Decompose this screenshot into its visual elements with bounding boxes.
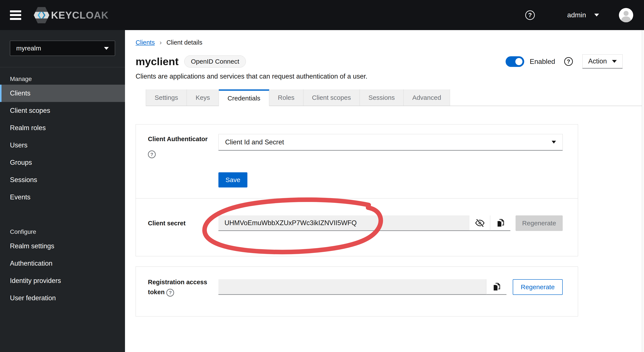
nav-section-manage: Manage — [0, 67, 125, 85]
copy-icon — [492, 282, 501, 291]
chevron-down-icon — [552, 141, 556, 144]
sidebar-item-realm-settings[interactable]: Realm settings — [0, 237, 125, 255]
scrollbar[interactable] — [642, 30, 644, 352]
keycloak-shield-icon — [33, 7, 50, 24]
sidebar: myrealm Manage Clients Client scopes Rea… — [0, 30, 125, 352]
tab-advanced[interactable]: Advanced — [404, 89, 450, 106]
breadcrumb-clients-link[interactable]: Clients — [136, 39, 155, 46]
sidebar-item-realm-roles[interactable]: Realm roles — [0, 119, 125, 137]
protocol-badge: OpenID Connect — [184, 56, 246, 68]
client-authenticator-card: Client Authenticator ? Client Id and Sec… — [136, 124, 578, 198]
user-avatar-icon — [619, 8, 633, 22]
enabled-label: Enabled — [530, 58, 555, 66]
sidebar-item-client-scopes[interactable]: Client scopes — [0, 102, 125, 119]
tab-keys[interactable]: Keys — [187, 89, 219, 106]
chevron-down-icon — [612, 60, 617, 63]
registration-token-card: Registration access token ? Regenerate — [136, 266, 578, 316]
client-secret-card: Client secret — [136, 198, 578, 256]
avatar[interactable] — [619, 8, 633, 22]
help-icon[interactable]: ? — [166, 289, 174, 296]
tab-settings[interactable]: Settings — [146, 89, 187, 106]
client-authenticator-label: Client Authenticator — [148, 136, 208, 142]
brand-text: KEYCLOAK — [51, 9, 108, 21]
regenerate-token-button[interactable]: Regenerate — [513, 279, 563, 295]
action-dropdown-label: Action — [588, 57, 607, 65]
help-icon[interactable]: ? — [148, 150, 156, 158]
chevron-down-icon — [104, 47, 109, 50]
keycloak-logo: KEYCLOAK — [33, 7, 108, 24]
eye-slash-icon — [475, 218, 485, 228]
sidebar-item-authentication[interactable]: Authentication — [0, 255, 125, 272]
sidebar-item-sessions[interactable]: Sessions — [0, 171, 125, 189]
sidebar-item-users[interactable]: Users — [0, 137, 125, 154]
tab-credentials[interactable]: Credentials — [219, 89, 269, 106]
copy-token-button[interactable] — [486, 279, 506, 295]
registration-token-label: Registration access token — [148, 279, 207, 295]
realm-select[interactable]: myrealm — [10, 41, 115, 56]
tab-bar: Settings Keys Credentials Roles Client s… — [146, 89, 644, 106]
registration-token-input[interactable] — [218, 279, 486, 295]
help-icon[interactable]: ? — [564, 57, 573, 66]
sidebar-item-clients[interactable]: Clients — [0, 85, 125, 102]
breadcrumb-current: Client details — [166, 39, 202, 46]
regenerate-secret-button[interactable]: Regenerate — [516, 215, 563, 231]
tab-roles[interactable]: Roles — [269, 89, 304, 106]
sidebar-item-identity-providers[interactable]: Identity providers — [0, 272, 125, 289]
user-menu[interactable]: admin — [567, 11, 599, 19]
copy-secret-button[interactable] — [490, 215, 510, 231]
save-button[interactable]: Save — [218, 172, 248, 187]
help-icon[interactable]: ? — [525, 11, 535, 20]
chevron-down-icon — [594, 14, 599, 17]
hamburger-menu-icon[interactable] — [10, 11, 21, 20]
sidebar-item-user-federation[interactable]: User federation — [0, 289, 125, 307]
tab-sessions[interactable]: Sessions — [360, 89, 404, 106]
page-title: myclient — [136, 56, 178, 68]
username: admin — [567, 11, 586, 19]
page-description: Clients are applications and services th… — [136, 73, 644, 80]
enabled-toggle[interactable] — [506, 56, 524, 67]
action-dropdown[interactable]: Action — [582, 54, 622, 69]
realm-select-value: myrealm — [16, 45, 104, 52]
client-authenticator-value: Client Id and Secret — [225, 138, 552, 146]
main-content: Clients › Client details myclient OpenID… — [125, 30, 644, 352]
client-secret-input[interactable] — [218, 215, 470, 231]
nav-section-configure: Configure — [0, 220, 125, 237]
breadcrumb: Clients › Client details — [136, 39, 644, 46]
tab-client-scopes[interactable]: Client scopes — [304, 89, 360, 106]
show-secret-button[interactable] — [470, 215, 490, 231]
toggle-knob — [515, 58, 522, 65]
copy-icon — [496, 218, 505, 227]
masthead: KEYCLOAK ? admin — [0, 0, 644, 30]
tab-bar-filler — [450, 89, 644, 106]
client-authenticator-select[interactable]: Client Id and Secret — [218, 134, 563, 151]
client-secret-label: Client secret — [148, 218, 218, 228]
breadcrumb-separator-icon: › — [160, 39, 162, 46]
sidebar-item-groups[interactable]: Groups — [0, 154, 125, 171]
sidebar-item-events[interactable]: Events — [0, 189, 125, 206]
